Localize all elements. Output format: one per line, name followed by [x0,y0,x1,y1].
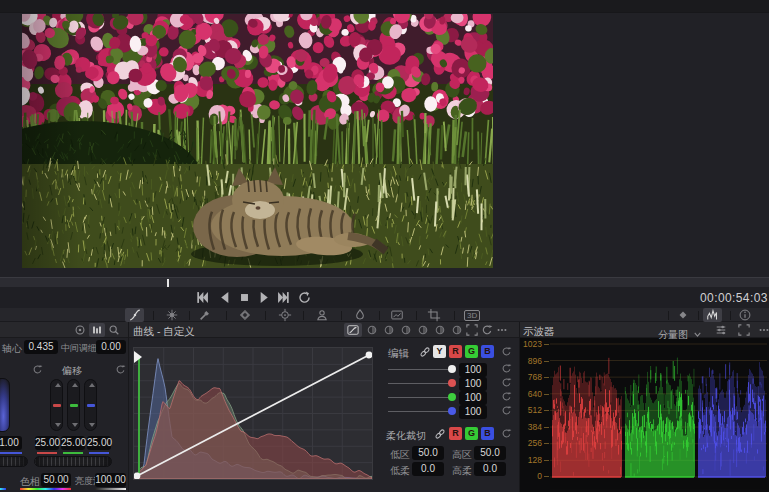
low-value[interactable]: 50.0 [412,446,444,460]
tool-color-warper[interactable] [165,308,179,322]
green-slider-value[interactable]: 100 [459,391,487,405]
offset-green-value[interactable]: 25.00 [61,436,85,450]
high-soft-value[interactable]: 0.0 [474,462,506,476]
luma-reset-icon[interactable] [501,363,512,374]
offset-green-slider[interactable] [67,379,80,431]
curve-mode-sat-sat-icon[interactable] [434,324,446,336]
soft-clip-r-button[interactable]: R [449,427,462,440]
channel-y-button[interactable]: Y [433,345,446,358]
soft-clip-reset-icon[interactable] [501,428,512,439]
stop-button[interactable] [238,291,251,304]
offset-label: 偏移 [62,364,82,378]
red-reset-icon[interactable] [501,377,512,388]
skip-to-end-button[interactable] [277,291,290,304]
scope-settings-icon[interactable] [715,324,727,336]
color-bars-mode-icon[interactable] [89,323,105,337]
high-value[interactable]: 50.0 [474,446,506,460]
curve-mode-hue-sat-icon[interactable] [383,324,395,336]
pivot-value[interactable]: 0.435 [24,340,58,354]
tool-stereo-3d[interactable]: 3D [464,310,480,321]
gang-channels-icon[interactable] [419,346,431,358]
scope-expand-icon[interactable] [738,324,750,336]
scope-tick: 896 [520,357,542,366]
offset-blue-slider[interactable] [84,379,97,431]
loop-button[interactable] [298,291,311,304]
luma-slider-handle[interactable] [448,365,456,373]
skip-to-start-button[interactable] [196,291,209,304]
tool-info[interactable] [738,308,752,322]
curve-mode-sat-lum-icon[interactable] [451,324,463,336]
scope-tick: 640 [520,390,542,399]
scope-panel: 示波器 分量图 1023 896 768 640 512 384 256 128… [520,322,769,492]
reset-master-icon[interactable] [32,364,43,375]
color-wheels-mode-icon[interactable] [74,324,86,336]
edit-reset-icon[interactable] [501,346,512,357]
scope-options-icon[interactable] [758,324,769,336]
tool-power-window[interactable] [238,308,252,322]
tool-magic-mask[interactable] [315,308,329,322]
tool-blur[interactable] [353,308,367,322]
curve-mode-hue-hue-icon[interactable] [366,324,378,336]
curve-mode-custom-icon[interactable] [344,323,362,337]
luma-mix-strip [95,488,126,490]
color-wheels-panel: 轴心 0.435 中间调细节 0.00 偏移 1.00 25.00 25.00 [0,322,128,492]
top-bar [0,0,769,13]
step-back-button[interactable] [218,291,231,304]
soft-clip-g-button[interactable]: G [465,427,478,440]
offset-red-value[interactable]: 25.00 [35,436,59,450]
tool-key[interactable] [390,308,404,322]
davinci-resolve-color-page: 00:00:54:03 3D [0,0,769,492]
master-bar[interactable] [0,378,10,432]
green-slider-handle[interactable] [448,393,456,401]
scope-title: 示波器 [523,325,555,339]
tool-keyframes[interactable] [676,308,690,322]
luma-mix-value[interactable]: 100.00 [95,473,126,487]
play-button[interactable] [258,291,271,304]
transport-bar: 00:00:54:03 [0,287,769,308]
log-wheels-mode-icon[interactable] [108,324,120,336]
soft-clip-label: 柔化裁切 [386,429,426,443]
hue-gradient-strip [20,488,71,490]
soft-clip-gang-icon[interactable] [434,428,446,440]
curve-mode-hue-lum-icon[interactable] [400,324,412,336]
offset-red-slider[interactable] [50,379,63,431]
viewer-image[interactable] [22,14,493,268]
channel-r-button[interactable]: R [449,345,462,358]
playhead[interactable] [167,279,169,287]
channel-g-button[interactable]: G [465,345,478,358]
tool-tracker[interactable] [278,308,292,322]
curves-expand-icon[interactable] [466,324,478,336]
luma-slider-value[interactable]: 100 [459,363,487,377]
red-slider-value[interactable]: 100 [459,377,487,391]
tool-scopes[interactable] [703,308,722,322]
curve-mode-lum-sat-icon[interactable] [417,324,429,336]
scope-tick: 512 [520,406,542,415]
channel-b-button[interactable]: B [481,345,494,358]
master-value[interactable]: 1.00 [0,436,22,450]
curves-title: 曲线 - 自定义 [133,325,195,339]
tool-curves[interactable] [125,308,144,322]
scope-mode-dropdown[interactable]: 分量图 [658,324,703,337]
offset-blue-value[interactable]: 25.00 [87,436,111,450]
timeline-scrubber[interactable] [0,277,769,287]
mid-detail-value[interactable]: 0.00 [96,340,126,354]
red-slider-handle[interactable] [448,379,456,387]
reset-offset-icon[interactable] [115,364,126,375]
tool-qualifier[interactable] [198,308,212,322]
blue-reset-icon[interactable] [501,405,512,416]
curve-graph[interactable] [133,347,373,480]
blue-slider-handle[interactable] [448,407,456,415]
scope-tick: 384 [520,423,542,432]
soft-clip-b-button[interactable]: B [481,427,494,440]
curves-reset-icon[interactable] [481,324,493,336]
timecode: 00:00:54:03 [700,291,764,305]
low-soft-value[interactable]: 0.0 [412,462,444,476]
master-wheel[interactable] [0,456,28,467]
hue-value[interactable]: 50.00 [41,473,71,487]
blue-slider-value[interactable]: 100 [459,405,487,419]
green-reset-icon[interactable] [501,391,512,402]
curves-options-icon[interactable] [496,324,508,336]
rgb-parade-waveform [550,339,767,489]
offset-wheel[interactable] [34,456,112,467]
tool-sizing[interactable] [427,308,441,322]
